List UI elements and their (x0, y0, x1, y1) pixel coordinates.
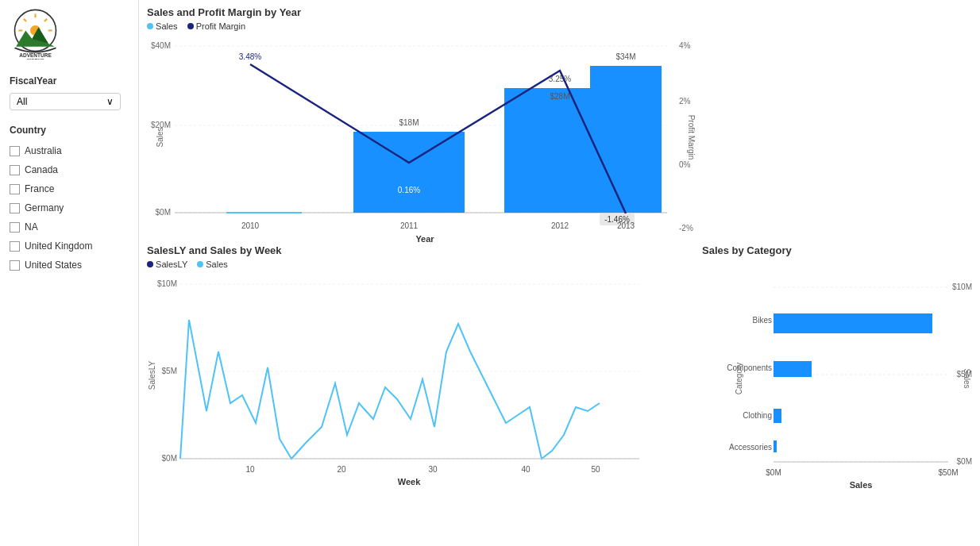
country-germany[interactable]: Germany (10, 202, 130, 213)
checkbox-us[interactable] (10, 260, 20, 271)
country-germany-label: Germany (25, 202, 64, 213)
svg-text:20: 20 (337, 465, 346, 474)
svg-text:50: 50 (591, 465, 600, 474)
checkbox-uk[interactable] (10, 241, 20, 252)
country-uk-label: United Kingdom (25, 240, 92, 252)
fiscal-year-dropdown[interactable]: All ∨ (10, 93, 121, 110)
country-australia[interactable]: Australia (10, 145, 130, 156)
sales-profit-chart: Sales and Profit Margin by Year Sales Pr… (147, 6, 972, 260)
fiscal-year-chevron: ∨ (106, 96, 114, 107)
svg-text:$0M: $0M (156, 208, 171, 217)
sales-profit-title: Sales and Profit Margin by Year (147, 6, 964, 18)
svg-text:Accessories: Accessories (729, 443, 772, 452)
svg-text:$40M: $40M (151, 41, 171, 50)
country-canada[interactable]: Canada (10, 164, 130, 175)
sales-category-title: Sales by Category (702, 244, 972, 256)
sidebar: ADVENTURE WORKS FiscalYear All ∨ Country… (0, 0, 139, 546)
logo-icon: ADVENTURE WORKS (10, 8, 61, 60)
logo-area: ADVENTURE WORKS (10, 8, 130, 60)
sales-category-svg: $10M $5M $0M Sales Category (702, 275, 980, 490)
svg-text:$50M: $50M (938, 468, 958, 477)
svg-text:2010: 2010 (241, 221, 260, 230)
svg-text:$0M: $0M (766, 468, 781, 477)
bar-accessories (774, 440, 777, 452)
svg-text:$0M: $0M (162, 454, 177, 463)
country-australia-label: Australia (25, 145, 62, 156)
sales-profit-legend: Sales Profit Margin (147, 21, 964, 31)
salesly-legend-label: SalesLY (156, 260, 187, 269)
country-label: Country (10, 125, 130, 136)
country-uk[interactable]: United Kingdom (10, 240, 130, 252)
svg-text:Clothing: Clothing (743, 411, 772, 420)
country-us[interactable]: United States (10, 260, 130, 271)
sales-week-dot (197, 261, 203, 267)
svg-text:WORKS: WORKS (27, 58, 44, 60)
salesly-dot (147, 261, 153, 267)
svg-text:4%: 4% (679, 41, 691, 50)
svg-text:2013: 2013 (617, 221, 635, 230)
svg-text:ADVENTURE: ADVENTURE (19, 52, 52, 58)
svg-text:$0M: $0M (957, 457, 972, 466)
svg-text:30: 30 (428, 465, 438, 474)
country-na[interactable]: NA (10, 221, 130, 233)
sales-week-legend-label: Sales (206, 260, 228, 269)
checkbox-germany[interactable] (10, 203, 20, 213)
svg-text:40: 40 (521, 465, 531, 474)
svg-text:$28M: $28M (550, 92, 569, 101)
checkbox-france[interactable] (10, 184, 20, 194)
svg-text:Week: Week (398, 477, 421, 486)
salesly-chart: SalesLY and Sales by Week SalesLY Sales … (147, 244, 694, 506)
charts-bottom-row: SalesLY and Sales by Week SalesLY Sales … (147, 244, 972, 506)
sales-dot (147, 23, 153, 29)
svg-text:Year: Year (415, 234, 434, 244)
country-france-label: France (25, 183, 54, 194)
svg-text:-2%: -2% (679, 224, 693, 233)
svg-text:Components: Components (727, 363, 772, 372)
profit-dot (187, 23, 194, 29)
bar-2013 (590, 66, 662, 213)
svg-text:SalesLY: SalesLY (148, 360, 156, 390)
salesly-title: SalesLY and Sales by Week (147, 244, 694, 256)
filters-panel: FiscalYear All ∨ Country Australia Canad… (10, 75, 130, 272)
svg-text:Sales: Sales (156, 127, 164, 147)
svg-text:$5M: $5M (162, 367, 177, 375)
sales-profit-svg: $40M $20M $0M Sales 4% 2% 0% -2% Profit … (147, 34, 695, 248)
svg-text:0%: 0% (679, 160, 691, 169)
svg-text:0.16%: 0.16% (398, 186, 420, 194)
svg-text:2012: 2012 (551, 221, 569, 230)
bar-2011 (353, 132, 465, 213)
svg-text:Sales: Sales (963, 368, 971, 388)
bar-components (774, 361, 812, 377)
country-france[interactable]: France (10, 183, 130, 194)
checkbox-australia[interactable] (10, 146, 20, 156)
profit-legend-label: Profit Margin (196, 21, 245, 31)
svg-text:Bikes: Bikes (753, 316, 772, 325)
svg-text:2%: 2% (679, 97, 691, 106)
main-content: Sales and Profit Margin by Year Sales Pr… (139, 0, 980, 546)
salesly-legend: SalesLY Sales (147, 260, 694, 269)
svg-text:2011: 2011 (400, 221, 419, 230)
bar-clothing (774, 409, 781, 423)
country-na-label: NA (25, 221, 38, 233)
country-us-label: United States (25, 260, 82, 271)
svg-text:$34M: $34M (615, 52, 635, 61)
charts-top-row: Sales and Profit Margin by Year Sales Pr… (147, 6, 972, 260)
svg-text:$10M: $10M (952, 283, 972, 291)
fiscal-year-value: All (17, 96, 27, 107)
checkbox-na[interactable] (10, 222, 20, 233)
sales-legend-label: Sales (156, 21, 178, 31)
svg-text:10: 10 (245, 465, 255, 474)
bar-bikes (774, 313, 932, 333)
svg-text:3.48%: 3.48% (239, 52, 261, 61)
svg-text:$18M: $18M (399, 118, 419, 127)
salesly-svg: $10M $5M $0M SalesLY (147, 272, 655, 486)
salesly-line (180, 320, 600, 459)
sales-category-chart: Sales by Category $10M $5M $0M Sales (702, 244, 972, 506)
svg-text:Sales: Sales (850, 480, 873, 490)
svg-text:Profit Margin: Profit Margin (687, 115, 695, 160)
country-canada-label: Canada (25, 164, 58, 175)
svg-text:$10M: $10M (157, 279, 177, 288)
fiscal-year-label: FiscalYear (10, 75, 130, 87)
checkbox-canada[interactable] (10, 165, 20, 175)
